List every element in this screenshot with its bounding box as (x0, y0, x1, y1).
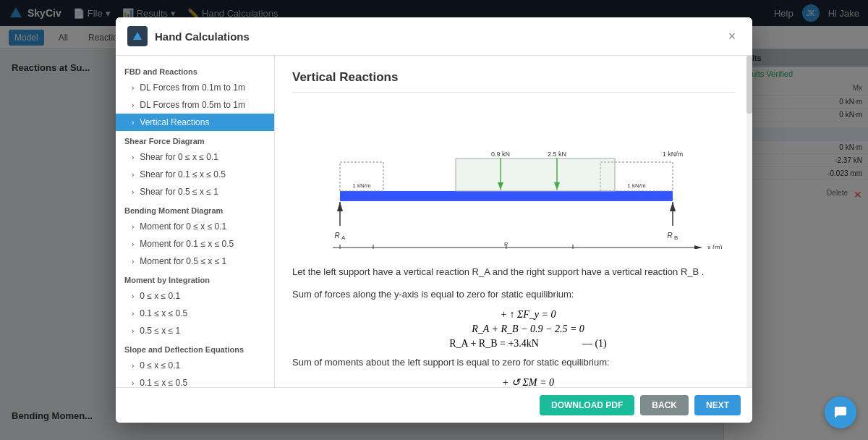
modal-header: Hand Calculations × (116, 17, 752, 56)
chevron-right-icon: › (132, 258, 134, 266)
sum-moments-title: Sum of moments about the left support is… (292, 354, 735, 371)
svg-text:B: B (674, 234, 678, 241)
download-pdf-button[interactable]: DOWNLOAD PDF (540, 395, 634, 415)
svg-text:R: R (334, 232, 339, 240)
next-button[interactable]: NEXT (694, 395, 741, 415)
sidebar-item-moment-015[interactable]: › Moment for 0.1 ≤ x ≤ 0.5 (116, 235, 274, 253)
chevron-right-icon: › (132, 292, 134, 300)
svg-text:1 kN/m: 1 kN/m (663, 151, 684, 158)
modal-logo-icon (132, 30, 143, 42)
svg-marker-16 (337, 202, 343, 211)
eq1-line3-row: R_A + R_B = +3.4kN — (1) (321, 338, 735, 350)
sidebar-item-vertical-reactions[interactable]: › Vertical Reactions (116, 114, 274, 131)
svg-marker-1 (133, 32, 142, 40)
eq1-line1: + ↑ ΣF_y = 0 (321, 309, 735, 321)
chevron-right-icon: › (132, 171, 134, 179)
svg-text:x (m): x (m) (707, 244, 723, 249)
sidebar-item-int-051[interactable]: › 0.5 ≤ x ≤ 1 (116, 322, 274, 339)
svg-rect-2 (340, 191, 673, 201)
sidebar-item-shear-01[interactable]: › Shear for 0 ≤ x ≤ 0.1 (116, 148, 274, 166)
intro-text: Let the left support have a vertical rea… (292, 263, 735, 280)
sidebar-item-slope-015[interactable]: › 0.1 ≤ x ≤ 0.5 (116, 374, 274, 387)
eq1-line3: R_A + R_B = +3.4kN (449, 338, 539, 350)
modal-overlay: Hand Calculations × FBD and Reactions › … (0, 0, 868, 440)
sidebar-item-slope-01[interactable]: › 0 ≤ x ≤ 0.1 (116, 357, 274, 374)
sum-forces-title: Sum of forces along the y-axis is equal … (292, 286, 735, 302)
modal-content: Vertical Reactions 0.9 kN (275, 56, 752, 387)
sidebar-section-fbd: FBD and Reactions (116, 62, 274, 79)
modal-logo (127, 26, 148, 46)
chevron-right-icon: › (132, 188, 134, 196)
chevron-right-icon: › (132, 101, 134, 109)
modal-body: FBD and Reactions › DL Forces from 0.1m … (116, 56, 752, 387)
svg-text:A: A (341, 234, 346, 241)
chevron-right-icon: › (132, 240, 134, 248)
back-button[interactable]: BACK (640, 395, 689, 415)
svg-text:2.5 kN: 2.5 kN (548, 151, 566, 158)
chevron-right-icon: › (132, 362, 134, 370)
chevron-right-icon: › (132, 153, 134, 161)
scrollbar-thumb[interactable] (746, 56, 752, 114)
sidebar-item-moment-01[interactable]: › Moment for 0 ≤ x ≤ 0.1 (116, 218, 274, 235)
chevron-right-icon: › (132, 119, 134, 127)
chevron-right-icon: › (132, 379, 134, 387)
modal-footer: DOWNLOAD PDF BACK NEXT (116, 387, 752, 423)
svg-text:1 kN/m: 1 kN/m (352, 182, 371, 189)
diagram-area: 0.9 kN 2.5 kN 1 kN/m 1 kN/m (292, 104, 735, 249)
modal-sidebar: FBD and Reactions › DL Forces from 0.1m … (116, 56, 275, 387)
sidebar-section-shear: Shear Force Diagram (116, 131, 274, 148)
scrollbar-track (746, 56, 752, 387)
chat-icon (833, 405, 848, 420)
svg-text:R: R (667, 232, 672, 240)
svg-text:0.9 kN: 0.9 kN (491, 151, 510, 158)
sidebar-item-int-015[interactable]: › 0.1 ≤ x ≤ 0.5 (116, 305, 274, 322)
sidebar-item-int-01[interactable]: › 0 ≤ x ≤ 0.1 (116, 287, 274, 305)
chevron-right-icon: › (132, 327, 134, 335)
sidebar-item-dl-forces-01[interactable]: › DL Forces from 0.1m to 1m (116, 79, 274, 96)
vertical-reactions-diagram: 0.9 kN 2.5 kN 1 kN/m 1 kN/m (292, 104, 735, 249)
modal-close-button[interactable]: × (723, 28, 741, 45)
sidebar-item-shear-015[interactable]: › Shear for 0.1 ≤ x ≤ 0.5 (116, 166, 274, 183)
equation-1-block: + ↑ ΣF_y = 0 R_A + R_B − 0.9 − 2.5 = 0 R… (321, 309, 735, 350)
content-section-title: Vertical Reactions (292, 70, 735, 93)
chat-bubble-button[interactable] (825, 397, 856, 428)
eq1-ref: — (1) (582, 338, 607, 350)
svg-text:1 kN/m: 1 kN/m (627, 182, 646, 189)
hand-calculations-modal: Hand Calculations × FBD and Reactions › … (116, 17, 752, 423)
svg-rect-5 (456, 158, 615, 191)
chevron-right-icon: › (132, 223, 134, 231)
eq2-line1: + ↺ ΣM = 0 (321, 376, 735, 387)
sidebar-item-moment-051[interactable]: › Moment for 0.5 ≤ x ≤ 1 (116, 253, 274, 270)
chevron-right-icon: › (132, 310, 134, 318)
sidebar-section-slope: Slope and Deflection Equations (116, 339, 274, 357)
sidebar-section-bending: Bending Moment Diagram (116, 200, 274, 218)
svg-text:P: P (504, 241, 508, 248)
equation-2-block: + ↺ ΣM = 0 R_B (1 − 0) + (−0.9)(+0.55) +… (321, 376, 735, 387)
sidebar-item-shear-051[interactable]: › Shear for 0.5 ≤ x ≤ 1 (116, 183, 274, 200)
eq1-line2: R_A + R_B − 0.9 − 2.5 = 0 (321, 323, 735, 335)
sidebar-section-integration: Moment by Integration (116, 270, 274, 287)
svg-marker-20 (670, 202, 676, 211)
sidebar-item-dl-forces-05[interactable]: › DL Forces from 0.5m to 1m (116, 96, 274, 114)
modal-title: Hand Calculations (155, 30, 723, 43)
chevron-right-icon: › (132, 84, 134, 92)
